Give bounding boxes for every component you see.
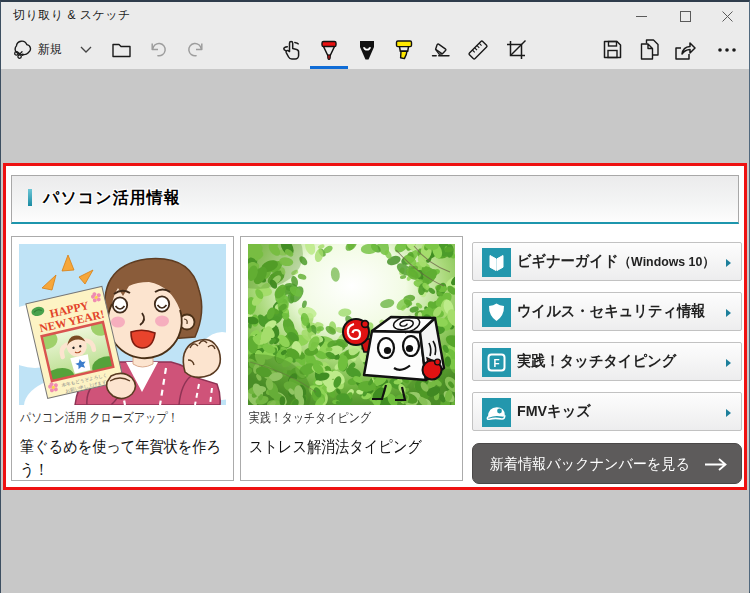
see-more-button[interactable] <box>713 30 741 69</box>
chevron-down-icon <box>80 46 92 53</box>
touch-writing-button[interactable] <box>278 30 306 69</box>
link-virus-security[interactable]: ウイルス・セキュリティ情報 <box>472 292 742 331</box>
titlebar: 切り取り & スケッチ <box>1 2 749 30</box>
toolbar: 新規 <box>1 30 749 69</box>
close-button[interactable] <box>707 2 747 30</box>
page-section-header: パソコン活用情報 <box>11 175 739 224</box>
card-category: 実践！タッチタイピング <box>249 409 371 427</box>
cap-icon <box>482 398 511 427</box>
card-title-line1: ストレス解消法タイピング <box>249 438 422 455</box>
more-ellipsis-icon <box>718 48 736 52</box>
backnumber-button[interactable]: 新着情報バックナンバーを見る <box>472 443 742 484</box>
shield-icon <box>482 298 511 327</box>
link-label: ビギナーガイド <box>517 252 619 269</box>
copy-icon <box>640 39 659 60</box>
share-icon <box>674 40 696 60</box>
crop-button[interactable] <box>502 30 530 69</box>
save-button[interactable] <box>598 30 626 69</box>
keyboard-key-f-icon: F <box>482 348 511 377</box>
close-icon <box>722 11 733 22</box>
right-triangle-icon <box>726 359 731 367</box>
maximize-button[interactable] <box>665 2 705 30</box>
save-icon <box>603 40 622 59</box>
card-title: ストレス解消法タイピング <box>249 435 422 458</box>
highlighter-button[interactable] <box>390 30 418 69</box>
touch-writing-icon <box>281 39 303 61</box>
article-card-typing[interactable]: 実践！タッチタイピング ストレス解消法タイピング <box>240 236 463 481</box>
page-heading: パソコン活用情報 <box>43 188 181 208</box>
window-title: 切り取り & スケッチ <box>13 7 131 24</box>
new-snip-label[interactable]: 新規 <box>35 30 65 69</box>
link-touch-typing[interactable]: F 実践！タッチタイピング <box>472 342 742 381</box>
redo-button[interactable] <box>182 30 210 69</box>
ballpoint-pen-icon <box>318 38 340 62</box>
editing-canvas[interactable]: パソコン活用情報 HAPPYNEW YEAR!本年もどうぞよろしくお願い申し上げ… <box>1 69 749 593</box>
illustration-man-newyear-card: HAPPYNEW YEAR!本年もどうぞよろしくお願い申し上げます <box>19 244 226 405</box>
new-snip-dropdown[interactable] <box>73 30 99 69</box>
copy-button[interactable] <box>635 30 663 69</box>
right-triangle-icon <box>726 259 731 267</box>
eraser-icon <box>430 39 452 61</box>
minimize-button[interactable] <box>621 2 661 30</box>
pencil-button[interactable] <box>353 30 381 69</box>
right-triangle-icon <box>726 409 731 417</box>
minimize-icon <box>636 11 647 22</box>
undo-icon <box>149 41 167 58</box>
snipped-image: パソコン活用情報 HAPPYNEW YEAR!本年もどうぞよろしくお願い申し上げ… <box>3 163 747 490</box>
undo-button[interactable] <box>144 30 172 69</box>
highlighter-icon <box>393 38 415 62</box>
link-label-suffix: （Windows 10） <box>619 254 715 269</box>
open-file-button[interactable] <box>107 30 135 69</box>
card-title-line2: う！ <box>20 461 49 478</box>
beginner-mark-icon <box>482 248 511 277</box>
link-label: ウイルス・セキュリティ情報 <box>517 302 706 319</box>
app-window: 切り取り & スケッチ 新規 <box>0 0 750 593</box>
link-fmv-kids[interactable]: FMVキッズ <box>472 392 742 431</box>
maximize-icon <box>680 11 691 22</box>
right-arrow-icon <box>704 457 728 470</box>
card-category: パソコン活用 クローズアップ！ <box>20 409 178 427</box>
share-button[interactable] <box>671 30 699 69</box>
new-snip-icon <box>13 40 32 59</box>
link-beginner-guide[interactable]: ビギナーガイド（Windows 10） <box>472 242 742 281</box>
folder-icon <box>112 42 131 58</box>
eraser-button[interactable] <box>427 30 455 69</box>
ruler-button[interactable] <box>464 30 492 69</box>
link-label: 実践！タッチタイピング <box>517 352 676 369</box>
new-snip-button[interactable] <box>9 30 35 69</box>
svg-text:F: F <box>493 358 499 369</box>
right-triangle-icon <box>726 309 731 317</box>
ballpoint-pen-button[interactable] <box>315 30 343 69</box>
webpage-content: パソコン活用情報 HAPPYNEW YEAR!本年もどうぞよろしくお願い申し上げ… <box>6 166 744 487</box>
link-label: FMVキッズ <box>517 402 591 419</box>
card-title: 筆ぐるめを使って年賀状を作ろう！ <box>20 435 221 481</box>
crop-icon <box>505 39 527 61</box>
photo-foliage-cube-character <box>248 244 455 405</box>
heading-accent-bar <box>28 189 32 206</box>
pencil-icon <box>357 38 377 62</box>
backnumber-label: 新着情報バックナンバーを見る <box>490 455 690 474</box>
ruler-icon <box>467 39 489 61</box>
redo-icon <box>187 41 205 58</box>
card-title-line1: 筆ぐるめを使って年賀状を作ろ <box>20 438 221 455</box>
article-card-nenga[interactable]: HAPPYNEW YEAR!本年もどうぞよろしくお願い申し上げます パソコン活用… <box>11 236 234 481</box>
